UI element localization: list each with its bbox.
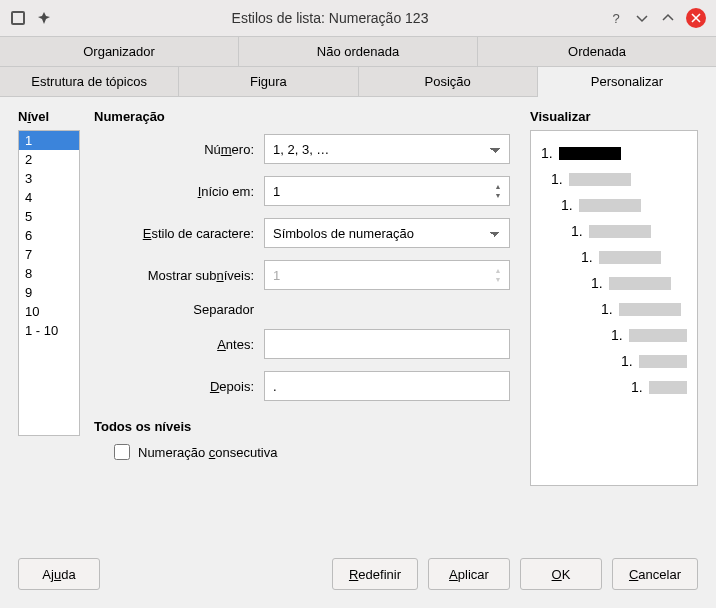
sublevels-spin: ▲▼ [264,260,510,290]
preview-line: 1. [541,249,687,265]
numbering-header: Numeração [94,109,516,124]
tab-position[interactable]: Posição [359,67,538,96]
preview-number: 1. [581,249,593,265]
preview-line: 1. [541,171,687,187]
level-item[interactable]: 3 [19,169,79,188]
close-icon[interactable] [686,8,706,28]
tabs-row-1: Organizador Não ordenada Ordenada [0,36,716,67]
level-item[interactable]: 1 - 10 [19,321,79,340]
charstyle-label: Estilo de caractere: [106,226,264,241]
level-list[interactable]: 123456789101 - 10 [18,130,80,436]
preview-bar [629,329,687,342]
level-item[interactable]: 1 [19,131,79,150]
preview-box: 1.1.1.1.1.1.1.1.1.1. [530,130,698,486]
level-item[interactable]: 7 [19,245,79,264]
preview-bar [599,251,661,264]
apply-button[interactable]: Aplicar [428,558,510,590]
start-label: Início em: [106,184,264,199]
preview-number: 1. [541,145,553,161]
preview-header: Visualizar [530,109,698,124]
preview-bar [609,277,671,290]
app-icon [10,10,26,26]
all-levels-header: Todos os níveis [94,419,516,434]
number-select[interactable]: 1, 2, 3, … [264,134,510,164]
maximize-icon[interactable] [660,10,676,26]
tab-customize[interactable]: Personalizar [538,67,716,97]
spin-up-icon[interactable]: ▲ [491,182,505,191]
preview-line: 1. [541,223,687,239]
minimize-icon[interactable] [634,10,650,26]
charstyle-select[interactable]: Símbolos de numeração [264,218,510,248]
preview-line: 1. [541,327,687,343]
start-spin[interactable]: ▲▼ [264,176,510,206]
level-column: Nível 123456789101 - 10 [18,109,80,544]
after-label: Depois: [106,379,264,394]
svg-rect-1 [13,13,23,23]
consecutive-checkbox[interactable] [114,444,130,460]
preview-number: 1. [601,301,613,317]
preview-bar [619,303,681,316]
content-area: Nível 123456789101 - 10 Numeração Número… [0,97,716,544]
spin-up-icon: ▲ [491,266,505,275]
preview-bar [569,173,631,186]
titlebar: Estilos de lista: Numeração 123 ? [0,0,716,36]
preview-line: 1. [541,197,687,213]
level-item[interactable]: 2 [19,150,79,169]
level-header: Nível [18,109,80,124]
tab-organizer[interactable]: Organizador [0,36,239,66]
level-item[interactable]: 9 [19,283,79,302]
window-title: Estilos de lista: Numeração 123 [52,10,608,26]
tab-outline[interactable]: Estrutura de tópicos [0,67,179,96]
level-item[interactable]: 4 [19,188,79,207]
help-button[interactable]: Ajuda [18,558,100,590]
pin-icon[interactable] [36,10,52,26]
preview-line: 1. [541,275,687,291]
tabs-row-2: Estrutura de tópicos Figura Posição Pers… [0,67,716,97]
level-item[interactable]: 6 [19,226,79,245]
preview-bar [649,381,687,394]
after-input[interactable] [264,371,510,401]
start-input[interactable] [273,184,501,199]
level-item[interactable]: 10 [19,302,79,321]
dialog-footer: Ajuda Redefinir Aplicar OK Cancelar [0,544,716,608]
level-item[interactable]: 8 [19,264,79,283]
tab-image[interactable]: Figura [179,67,358,96]
tab-unordered[interactable]: Não ordenada [239,36,478,66]
preview-number: 1. [611,327,623,343]
consecutive-label: Numeração consecutiva [138,445,277,460]
ok-button[interactable]: OK [520,558,602,590]
spin-down-icon: ▼ [491,275,505,284]
preview-line: 1. [541,379,687,395]
preview-line: 1. [541,301,687,317]
preview-number: 1. [591,275,603,291]
preview-number: 1. [631,379,643,395]
preview-column: Visualizar 1.1.1.1.1.1.1.1.1.1. [530,109,698,544]
preview-bar [579,199,641,212]
preview-bar [589,225,651,238]
tab-ordered[interactable]: Ordenada [478,36,716,66]
sublevels-input [273,268,501,283]
preview-number: 1. [621,353,633,369]
reset-button[interactable]: Redefinir [332,558,418,590]
cancel-button[interactable]: Cancelar [612,558,698,590]
before-input[interactable] [264,329,510,359]
sublevels-label: Mostrar subníveis: [106,268,264,283]
number-label: Número: [106,142,264,157]
preview-line: 1. [541,145,687,161]
numbering-column: Numeração Número: 1, 2, 3, … Início em: … [94,109,516,544]
preview-bar [639,355,687,368]
separator-label: Separador [106,302,264,317]
level-item[interactable]: 5 [19,207,79,226]
before-label: Antes: [106,337,264,352]
preview-number: 1. [561,197,573,213]
spin-down-icon[interactable]: ▼ [491,191,505,200]
help-icon[interactable]: ? [608,10,624,26]
preview-number: 1. [571,223,583,239]
preview-number: 1. [551,171,563,187]
preview-bar [559,147,621,160]
preview-line: 1. [541,353,687,369]
